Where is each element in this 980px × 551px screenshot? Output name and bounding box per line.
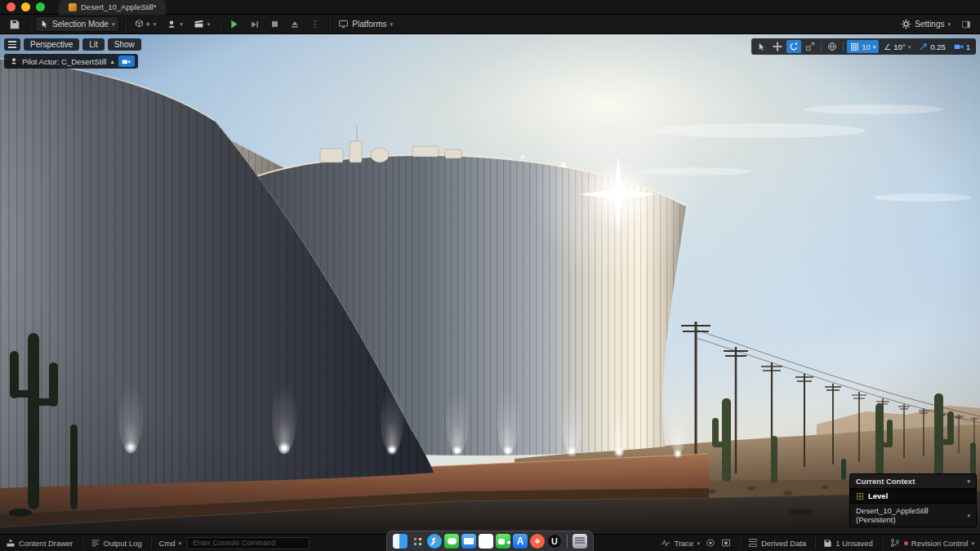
unsaved-button[interactable]: 1 Unsaved	[823, 539, 872, 548]
angle-snap-icon: ∠	[884, 42, 891, 51]
eject-button[interactable]	[286, 16, 304, 32]
current-context-header[interactable]: Current Context ▾	[850, 474, 976, 488]
minimize-button[interactable]	[21, 2, 30, 11]
selection-mode-label: Selection Mode	[52, 20, 109, 29]
output-log-icon	[91, 538, 100, 548]
titlebar: Desert_10_AppleStill*	[0, 0, 980, 15]
panel-icon	[961, 20, 971, 29]
pilot-camera-button[interactable]	[118, 56, 135, 67]
facetime-icon[interactable]	[496, 534, 510, 549]
stop-piloting-button[interactable]: ▴	[110, 58, 114, 65]
cmd-dropdown[interactable]: Cmd ▾	[159, 539, 182, 548]
revision-control-label: Revision Control	[911, 539, 969, 548]
cube-icon	[134, 19, 145, 29]
show-dropdown[interactable]: Show	[108, 38, 141, 51]
vignette	[0, 34, 980, 534]
trace-button[interactable]: Trace ▾	[661, 538, 699, 548]
plus-icon: +	[145, 20, 149, 29]
move-tool-button[interactable]	[770, 40, 785, 53]
revision-control-button[interactable]: Revision Control ▾	[890, 538, 974, 548]
level-tab-icon	[69, 3, 77, 11]
pilot-icon	[10, 57, 18, 65]
rotation-snap-toggle[interactable]: ∠ 10° ▾	[880, 40, 914, 53]
cinematics-dropdown[interactable]: ▾	[189, 16, 215, 32]
rotate-icon	[789, 42, 799, 51]
view-mode-dropdown[interactable]: Lit	[82, 38, 105, 51]
messages-icon[interactable]	[444, 534, 459, 549]
focus-button[interactable]	[706, 538, 715, 548]
level-viewport: Perspective Lit Show Pilot Actor: C_Dese…	[0, 34, 980, 534]
toolbar-separator	[124, 19, 125, 30]
unreal-editor-icon[interactable]	[547, 534, 562, 549]
world-coordinate-button[interactable]	[825, 40, 840, 53]
level-tab[interactable]: Desert_10_AppleStill*	[59, 0, 166, 15]
viewport-options-menu[interactable]	[4, 38, 20, 51]
pilot-actor-bar: Pilot Actor: C_DesertStill ▴	[4, 54, 138, 69]
statusbar-separator	[82, 537, 82, 549]
camera-speed-value: 1	[966, 42, 970, 51]
add-actor-dropdown[interactable]: + ▾	[130, 16, 160, 32]
chevron-down-icon: ▾	[947, 21, 951, 27]
layout-panel-button[interactable]	[957, 16, 975, 32]
statusbar-separator	[814, 537, 815, 549]
finder-icon[interactable]	[393, 534, 408, 549]
grid-snap-value: 10	[862, 42, 871, 51]
current-context-label: Current Context	[856, 477, 915, 486]
grid-snap-toggle[interactable]: 10 ▾	[847, 40, 879, 53]
cmd-label: Cmd	[159, 539, 176, 548]
chevron-down-icon: ▾	[908, 44, 911, 50]
context-level-row: Level	[850, 488, 976, 503]
blueprint-icon	[167, 20, 176, 29]
chevron-down-icon: ▾	[180, 21, 183, 27]
stop-button[interactable]	[266, 16, 283, 32]
context-level-dropdown[interactable]: Desert_10_AppleStill (Persistent) ▾	[850, 503, 976, 527]
zoom-button[interactable]	[36, 2, 45, 11]
scale-tool-button[interactable]	[803, 40, 817, 53]
output-log-label: Output Log	[104, 539, 142, 548]
toolbar-separator	[821, 42, 822, 51]
play-options-menu[interactable]: ⋮	[306, 16, 323, 32]
viewport-scene[interactable]	[0, 34, 980, 534]
settings-label: Settings	[915, 20, 944, 29]
trash-icon[interactable]	[572, 534, 587, 549]
safari-icon[interactable]	[427, 534, 442, 549]
select-tool-button[interactable]	[754, 40, 768, 53]
save-icon	[823, 539, 832, 548]
blueprints-dropdown[interactable]: ▾	[163, 16, 187, 32]
level-grid-icon	[856, 492, 864, 500]
frame-skip-button[interactable]	[246, 16, 264, 32]
output-log-button[interactable]: Output Log	[91, 538, 142, 548]
toolbar-separator	[843, 42, 844, 51]
platforms-dropdown[interactable]: Platforms ▾	[334, 16, 397, 32]
scale-snap-toggle[interactable]: 0.25	[915, 40, 949, 53]
close-button[interactable]	[7, 2, 16, 11]
app-store-icon[interactable]	[513, 534, 528, 549]
save-button[interactable]	[5, 16, 24, 32]
toolbar-separator	[29, 19, 30, 30]
camera-speed-control[interactable]: 1	[951, 40, 973, 53]
rotate-tool-button[interactable]	[786, 40, 801, 53]
snapshot-button[interactable]	[721, 538, 731, 548]
play-button[interactable]	[225, 16, 243, 32]
chevron-down-icon: ▾	[112, 21, 115, 27]
content-drawer-label: Content Drawer	[19, 539, 74, 548]
launchpad-icon[interactable]	[410, 534, 425, 549]
pilot-actor-label: Pilot Actor: C_DesertStill	[22, 57, 106, 66]
content-drawer-button[interactable]: Content Drawer	[6, 538, 74, 548]
rotation-snap-value: 10°	[893, 42, 905, 51]
context-level-value: Desert_10_AppleStill (Persistent)	[856, 506, 967, 524]
derived-data-button[interactable]: Derived Data	[748, 538, 806, 548]
chevron-down-icon: ▾	[154, 21, 157, 27]
gear-icon	[901, 19, 911, 29]
chevron-down-icon: ▾	[967, 478, 970, 484]
mail-icon[interactable]	[461, 534, 476, 549]
browser-icon[interactable]	[530, 534, 545, 549]
selection-mode-dropdown[interactable]: Selection Mode ▾	[35, 16, 119, 32]
derived-data-icon	[748, 538, 758, 548]
console-command-input[interactable]	[187, 537, 310, 549]
play-icon	[229, 19, 239, 29]
settings-dropdown[interactable]: Settings ▾	[897, 16, 955, 32]
photos-icon[interactable]	[479, 534, 493, 549]
perspective-dropdown[interactable]: Perspective	[24, 38, 79, 51]
trace-icon	[661, 538, 670, 548]
